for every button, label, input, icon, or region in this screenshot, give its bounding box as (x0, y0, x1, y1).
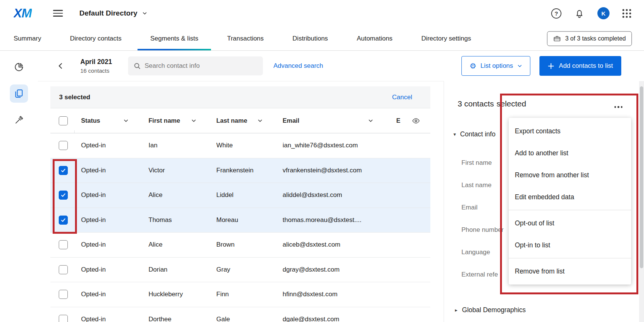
rail-item-tools[interactable] (10, 111, 28, 129)
row-checkbox[interactable] (59, 290, 68, 299)
more-options-ellipsis-icon[interactable] (613, 105, 624, 109)
row-checkbox[interactable] (59, 265, 68, 274)
column-header-status[interactable]: Status (74, 117, 142, 124)
help-icon[interactable]: ? (551, 8, 561, 19)
rail-item-dashboards[interactable] (10, 58, 28, 76)
tab-summary[interactable]: Summary (14, 27, 41, 50)
rail-item-directories[interactable] (10, 84, 28, 103)
help-glyph: ? (555, 10, 558, 17)
caret-down-icon: ▾ (453, 131, 456, 137)
cell-last-name: Frankenstein (209, 167, 276, 174)
contact-info-section-header[interactable]: ▾ Contact info (453, 130, 496, 138)
menu-item-export-contacts[interactable]: Export contacts (509, 120, 631, 142)
cell-last-name: Moreau (209, 216, 276, 224)
sort-chevron-icon[interactable] (191, 118, 197, 123)
tab-automations[interactable]: Automations (357, 27, 393, 50)
cell-status: Opted-in (74, 266, 142, 274)
table-row[interactable]: Opted-in Dorthee Gale dgale@dsxtest.com (50, 307, 430, 322)
menu-item-remove-from-list[interactable]: Remove from list (509, 260, 631, 282)
table-row[interactable]: Opted-in Alice Brown aliceb@dsxtest.com (50, 233, 430, 258)
row-checkbox[interactable] (59, 240, 68, 249)
row-checkbox[interactable] (59, 166, 68, 175)
list-title-block: April 2021 16 contacts (80, 58, 112, 74)
table-row[interactable]: Opted-in Dorian Gray dgray@dsxtest.com (50, 258, 430, 283)
table-row[interactable]: Opted-in Thomas Moreau thomas.moreau@dsx… (50, 208, 430, 233)
row-checkbox[interactable] (59, 216, 68, 225)
global-demographics-section-header[interactable]: ▸ Global Demographics (455, 306, 526, 314)
menu-item-opt-out-of-list[interactable]: Opt-out of list (509, 212, 631, 234)
panel-title-word: selected (497, 99, 526, 108)
notifications-bell-icon[interactable] (574, 8, 585, 19)
column-header-first-name[interactable]: First name (142, 117, 209, 124)
sort-chevron-icon[interactable] (257, 118, 263, 123)
topbar-actions: ? K (551, 7, 631, 19)
cell-email: thomas.moreau@dsxtest.... (276, 216, 396, 224)
table-row[interactable]: Opted-in Alice Liddel aliddel@dsxtest.co… (50, 183, 430, 208)
menu-item-edit-embedded-data[interactable]: Edit embedded data (509, 186, 631, 208)
global-demographics-label: Global Demographics (462, 306, 526, 314)
cell-first-name: Huckleberry (142, 291, 209, 298)
menu-item-opt-in-to-list[interactable]: Opt-in to list (509, 234, 631, 256)
hamburger-menu-icon[interactable] (53, 8, 63, 19)
column-header-email[interactable]: Email (276, 117, 396, 124)
header-checkbox-cell (50, 116, 74, 125)
search-box (128, 56, 263, 75)
cell-last-name: Gray (209, 266, 276, 274)
table-row[interactable]: Opted-in Ian White ian_white76@dsxtest.c… (50, 133, 430, 158)
cell-last-name: Finn (209, 291, 276, 298)
cell-email: aliceb@dsxtest.com (276, 241, 396, 249)
pie-chart-icon (14, 62, 24, 72)
advanced-search-link[interactable]: Advanced search (274, 62, 323, 70)
table-row[interactable]: Opted-in Victor Frankenstein vfrankenste… (50, 158, 430, 183)
show-hide-columns-eye-icon[interactable] (412, 117, 420, 125)
directory-selector[interactable]: Default Directory (80, 9, 147, 17)
menu-item-remove-from-another-list[interactable]: Remove from another list (509, 164, 631, 186)
tasks-completed-badge[interactable]: 3 of 3 tasks completed (547, 31, 632, 46)
add-contacts-to-list-button[interactable]: Add contacts to list (539, 56, 621, 76)
search-icon (133, 62, 141, 70)
directory-book-icon (14, 89, 24, 98)
cell-status: Opted-in (74, 241, 142, 249)
column-label: Email (283, 117, 299, 124)
table-row[interactable]: Opted-in Huckleberry Finn hfinn@dsxtest.… (50, 282, 430, 307)
contacts-table: 3 selected Cancel Status First name Last… (50, 86, 430, 322)
selected-contacts-actions-menu: Export contacts Add to another list Remo… (509, 118, 631, 284)
cell-email: hfinn@dsxtest.com (276, 291, 396, 298)
cancel-selection-link[interactable]: Cancel (392, 94, 412, 101)
list-options-button[interactable]: ⚙ List options (461, 56, 530, 76)
search-input[interactable] (145, 62, 258, 70)
selection-bar: 3 selected Cancel (50, 86, 430, 108)
row-checkbox[interactable] (59, 191, 68, 200)
tab-segments-lists[interactable]: Segments & lists (150, 27, 199, 50)
tab-directory-contacts[interactable]: Directory contacts (70, 27, 122, 50)
cell-first-name: Ian (142, 142, 209, 149)
menu-item-add-to-another-list[interactable]: Add to another list (509, 142, 631, 164)
cell-first-name: Victor (142, 167, 209, 174)
menu-divider (509, 210, 631, 210)
apps-grid-icon[interactable] (622, 9, 631, 18)
row-checkbox[interactable] (59, 141, 68, 150)
panel-title: 3 contactsselected (458, 99, 526, 108)
chevron-down-icon (142, 11, 147, 16)
contact-info-label: Contact info (460, 130, 496, 138)
column-header-truncated: E (396, 117, 430, 125)
selected-count-label: 3 selected (59, 94, 90, 101)
tab-transactions[interactable]: Transactions (227, 27, 264, 50)
tab-directory-settings[interactable]: Directory settings (421, 27, 471, 50)
list-options-label: List options (480, 62, 513, 70)
avatar[interactable]: K (597, 7, 610, 19)
back-chevron-icon[interactable] (56, 61, 65, 70)
scrollbar-thumb[interactable] (640, 86, 643, 268)
select-all-checkbox[interactable] (59, 116, 68, 125)
vertical-scrollbar[interactable] (639, 81, 644, 322)
sort-chevron-icon[interactable] (368, 118, 374, 123)
tab-distributions[interactable]: Distributions (292, 27, 328, 50)
column-header-last-name[interactable]: Last name (209, 117, 276, 124)
panel-title-count: 3 contacts (458, 99, 494, 108)
cell-last-name: Brown (209, 241, 276, 249)
sort-chevron-icon[interactable] (123, 118, 129, 123)
row-checkbox[interactable] (59, 315, 68, 322)
cell-email: dgale@dsxtest.com (276, 316, 396, 322)
avatar-initial: K (602, 10, 606, 17)
briefcase-icon (553, 34, 561, 42)
